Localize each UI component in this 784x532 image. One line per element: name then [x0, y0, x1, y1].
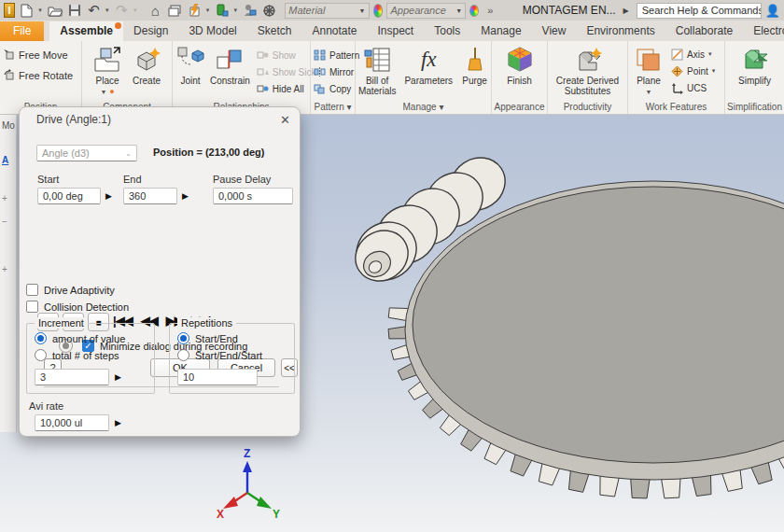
- redo-icon[interactable]: ↷: [114, 3, 130, 19]
- repetitions-value-input[interactable]: 10: [177, 369, 258, 385]
- document-switch-arrow-icon[interactable]: ▶: [623, 7, 629, 15]
- free-move-button[interactable]: Free Move: [3, 48, 73, 63]
- panel-label-pattern[interactable]: Pattern ▾: [311, 99, 355, 114]
- tab-inspect[interactable]: Inspect: [368, 21, 425, 41]
- drive-dialog-titlebar[interactable]: Drive (Angle:1) ✕: [20, 107, 300, 132]
- drive-adaptivity-row[interactable]: Drive Adaptivity: [26, 284, 115, 296]
- iproperties-caret[interactable]: ▾: [206, 7, 211, 14]
- browser-tree-expand-icon[interactable]: +: [2, 193, 16, 203]
- material-dropdown[interactable]: Material▼: [285, 3, 369, 19]
- search-input[interactable]: Search Help & Commands...: [637, 3, 762, 19]
- parameters-button[interactable]: fx Parameters: [401, 44, 455, 88]
- show-button[interactable]: Show: [257, 48, 316, 63]
- increment-flyout-icon[interactable]: ▶: [115, 372, 121, 382]
- new-file-icon[interactable]: [19, 3, 35, 19]
- show-sick-icon: [257, 66, 269, 78]
- dialog-close-icon[interactable]: ✕: [280, 113, 290, 127]
- tab-design[interactable]: Design: [123, 21, 178, 41]
- appearance-color-icon[interactable]: [469, 5, 479, 17]
- tab-3d-model[interactable]: 3D Model: [178, 21, 246, 41]
- browser-tree-expand-icon[interactable]: +: [2, 264, 16, 274]
- model-browser-strip[interactable]: Mo A + − +: [0, 115, 17, 432]
- finish-button[interactable]: Finish: [503, 44, 537, 88]
- material-color-wheel-icon[interactable]: [373, 4, 384, 18]
- show-sick-button[interactable]: Show Sick: [257, 64, 316, 79]
- increment-steps-radio[interactable]: [35, 349, 47, 361]
- point-button[interactable]: Point▾: [671, 63, 715, 78]
- save-icon[interactable]: [66, 3, 82, 19]
- parameter-dropdown[interactable]: Angle (d3)⌄: [36, 145, 137, 161]
- measure-caret[interactable]: ▾: [233, 7, 238, 14]
- create-button[interactable]: Create: [129, 44, 164, 88]
- increment-amount-radio[interactable]: [35, 332, 47, 344]
- increment-amount-option[interactable]: amount of value: [35, 332, 125, 344]
- open-icon[interactable]: [47, 3, 63, 19]
- panel-manage: Bill of Materials fx Parameters Purge Ma…: [356, 41, 492, 114]
- create-derived-substitutes-button[interactable]: Create Derived Substitutes: [552, 44, 624, 98]
- increment-value-input[interactable]: 3: [35, 369, 109, 385]
- constrain-icon: [214, 46, 245, 74]
- tab-environments[interactable]: Environments: [576, 21, 665, 41]
- avi-rate-input[interactable]: 10,000 ul: [35, 414, 109, 431]
- free-rotate-button[interactable]: Free Rotate: [3, 68, 73, 83]
- repetitions-startendstart-option[interactable]: Start/End/Start: [177, 349, 262, 361]
- hide-all-button[interactable]: Hide All: [257, 81, 316, 96]
- joint-button[interactable]: Joint: [175, 44, 206, 88]
- undo-icon[interactable]: ↶: [86, 3, 102, 19]
- drive-adaptivity-checkbox[interactable]: [26, 284, 38, 296]
- iproperties-icon[interactable]: [187, 3, 203, 19]
- panel-label-simplification[interactable]: Simplification: [725, 99, 784, 114]
- copy-button[interactable]: Copy: [314, 81, 359, 96]
- measure-icon[interactable]: [214, 3, 230, 19]
- repetitions-startend-radio[interactable]: [177, 332, 189, 344]
- tab-annotate[interactable]: Annotate: [301, 21, 367, 41]
- end-flyout-icon[interactable]: ▶: [182, 191, 189, 201]
- tab-collaborate[interactable]: Collaborate: [665, 21, 743, 41]
- inventor-logo-icon[interactable]: I: [4, 3, 15, 18]
- panel-label-work-features[interactable]: Work Features: [628, 99, 724, 114]
- tab-manage[interactable]: Manage: [470, 21, 531, 41]
- tab-sketch[interactable]: Sketch: [247, 21, 302, 41]
- tab-tools[interactable]: Tools: [424, 21, 470, 41]
- collision-detection-row[interactable]: Collision Detection: [26, 301, 129, 313]
- pause-delay-input[interactable]: 0,000 s: [213, 188, 293, 204]
- new-file-caret[interactable]: ▾: [38, 7, 43, 14]
- tab-assemble[interactable]: Assemble: [49, 21, 123, 41]
- collision-detection-checkbox[interactable]: [26, 301, 38, 313]
- switch-window-icon[interactable]: [167, 3, 183, 19]
- plane-button[interactable]: Plane▼: [631, 44, 666, 99]
- increment-steps-option[interactable]: total # of steps: [35, 349, 119, 361]
- simplify-button[interactable]: Simplify: [736, 44, 773, 88]
- axis-button[interactable]: Axis▾: [671, 47, 715, 62]
- tab-file[interactable]: File: [0, 21, 44, 41]
- appearance-dropdown[interactable]: Appearance▼: [386, 3, 466, 19]
- sign-in-icon[interactable]: 👤: [765, 4, 780, 18]
- repetitions-startendstart-radio[interactable]: [177, 349, 189, 361]
- constrain-button[interactable]: Constrain: [208, 44, 252, 88]
- avi-rate-flyout-icon[interactable]: ▶: [115, 418, 121, 427]
- start-flyout-icon[interactable]: ▶: [105, 191, 112, 201]
- pattern-button[interactable]: Pattern: [314, 48, 359, 63]
- tab-electromechanical[interactable]: Electromechanical: [743, 21, 784, 41]
- panel-label-manage[interactable]: Manage ▾: [356, 99, 491, 114]
- browser-tree-collapse-icon[interactable]: −: [2, 217, 16, 227]
- home-icon[interactable]: ⌂: [147, 3, 163, 19]
- panel-label-productivity[interactable]: Productivity: [548, 99, 627, 114]
- end-input[interactable]: 360: [123, 188, 177, 204]
- toolbar-overflow-chevrons[interactable]: »: [483, 3, 498, 19]
- purge-button[interactable]: Purge: [458, 44, 491, 88]
- repetitions-startend-option[interactable]: Start/End: [177, 332, 238, 344]
- place-button[interactable]: Place▼ ●: [90, 44, 125, 99]
- ucs-button[interactable]: UCS: [671, 80, 715, 95]
- tab-view[interactable]: View: [532, 21, 577, 41]
- start-input[interactable]: 0,00 deg: [37, 188, 101, 204]
- redo-caret[interactable]: ▾: [133, 7, 138, 14]
- bill-of-materials-button[interactable]: Bill of Materials: [356, 44, 399, 98]
- mirror-button[interactable]: Mirror: [314, 64, 359, 79]
- wheel-icon[interactable]: [261, 3, 277, 19]
- pattern-icon: [314, 49, 326, 62]
- panel-label-appearance[interactable]: Appearance: [492, 99, 547, 114]
- ucs-icon: [671, 82, 683, 94]
- undo-caret[interactable]: ▾: [105, 7, 110, 14]
- component-visibility-icon[interactable]: [242, 3, 258, 19]
